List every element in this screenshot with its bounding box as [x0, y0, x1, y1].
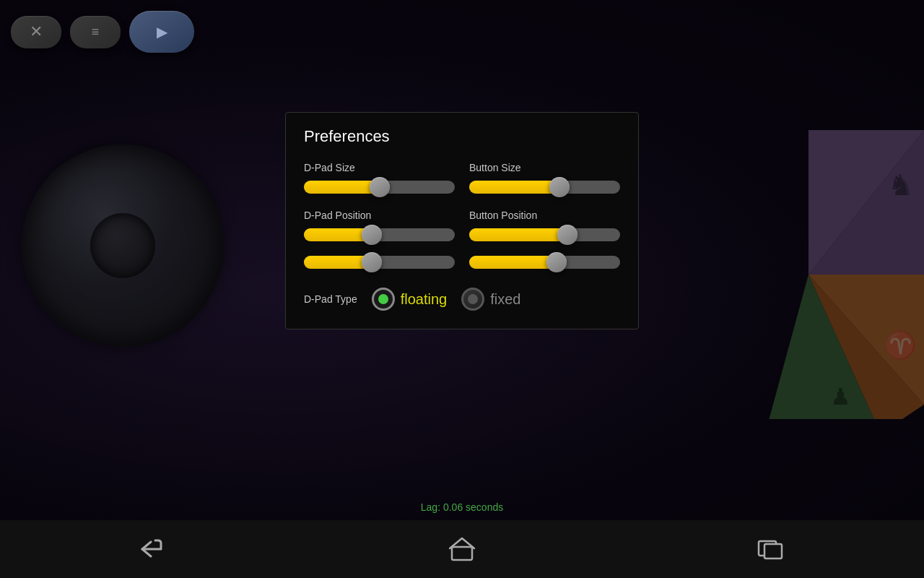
button-pos-y-thumb[interactable]: [546, 252, 567, 272]
preferences-title: Preferences: [304, 127, 620, 146]
dpad-pos-y-thumb[interactable]: [362, 252, 382, 272]
dpad-size-fill: [304, 181, 380, 194]
button-pos-x-thumb[interactable]: [557, 225, 578, 245]
radio-fixed-dot: [468, 294, 478, 304]
radio-fixed-label: fixed: [490, 291, 520, 308]
dpad-size-slider[interactable]: [304, 181, 455, 194]
radio-floating[interactable]: floating: [372, 288, 448, 311]
lag-indicator: Lag: 0.06 seconds: [421, 501, 503, 513]
button-pos-col: Button Position: [469, 210, 620, 250]
menu-button[interactable]: ≡: [70, 16, 121, 48]
size-row: D-Pad Size Button Size: [304, 162, 620, 202]
button-pos-x-fill: [469, 228, 567, 241]
lag-text: Lag: 0.06 seconds: [421, 501, 503, 513]
dpad-pos-y-col: [304, 256, 455, 277]
svg-rect-3: [452, 547, 472, 560]
dpad-pos-y-slider[interactable]: [304, 256, 455, 269]
dpad-pos-y-slider-row: [304, 256, 455, 269]
dpad-size-label: D-Pad Size: [304, 162, 455, 173]
button-pos-x-slider[interactable]: [469, 228, 620, 241]
dpad-pos-x-thumb[interactable]: [362, 225, 382, 245]
dpad-size-col: D-Pad Size: [304, 162, 455, 202]
radio-floating-dot: [378, 294, 388, 304]
button-pos-y-slider-row: [469, 256, 620, 269]
button-size-slider[interactable]: [469, 181, 620, 194]
radio-floating-btn[interactable]: [372, 288, 395, 311]
position-y-row: [304, 256, 620, 277]
button-position-label: Button Position: [469, 210, 620, 221]
button-pos-y-slider[interactable]: [469, 256, 620, 269]
radio-fixed[interactable]: fixed: [461, 288, 520, 311]
dpad-size-thumb[interactable]: [370, 177, 390, 197]
button-pos-x-slider-row: [469, 228, 620, 241]
button-size-slider-row: [469, 181, 620, 194]
recent-apps-button[interactable]: [749, 535, 792, 564]
dpad-size-slider-row: [304, 181, 455, 194]
home-button[interactable]: [440, 535, 484, 564]
top-nav: ✕ ≡ ▶: [11, 11, 194, 53]
play-icon: ▶: [157, 23, 167, 40]
dpad-type-label: D-Pad Type: [304, 293, 357, 305]
button-size-label: Button Size: [469, 162, 620, 173]
dpad-pos-x-slider-row: [304, 228, 455, 241]
button-size-fill: [469, 181, 559, 194]
recent-apps-icon: [757, 538, 783, 560]
close-button[interactable]: ✕: [11, 16, 61, 48]
dpad-position-label: D-Pad Position: [304, 210, 455, 221]
menu-icon: ≡: [92, 25, 100, 40]
button-pos-y-col: [469, 256, 620, 277]
preferences-dialog: Preferences D-Pad Size Button Size: [285, 112, 639, 329]
position-labels-row: D-Pad Position Button Position: [304, 210, 620, 250]
home-icon: [449, 537, 475, 561]
svg-rect-5: [764, 544, 782, 558]
dpad-pos-x-slider[interactable]: [304, 228, 455, 241]
back-button[interactable]: [132, 535, 175, 564]
dpad-type-row: D-Pad Type floating fixed: [304, 288, 620, 311]
bottom-nav: [0, 520, 924, 578]
button-pos-y-fill: [469, 256, 557, 269]
radio-fixed-btn[interactable]: [461, 288, 484, 311]
dpad-pos-col: D-Pad Position: [304, 210, 455, 250]
back-icon: [141, 539, 167, 559]
button-size-col: Button Size: [469, 162, 620, 202]
play-button[interactable]: ▶: [129, 11, 194, 53]
radio-floating-label: floating: [401, 291, 448, 308]
button-size-thumb[interactable]: [549, 177, 570, 197]
close-icon: ✕: [30, 22, 43, 41]
